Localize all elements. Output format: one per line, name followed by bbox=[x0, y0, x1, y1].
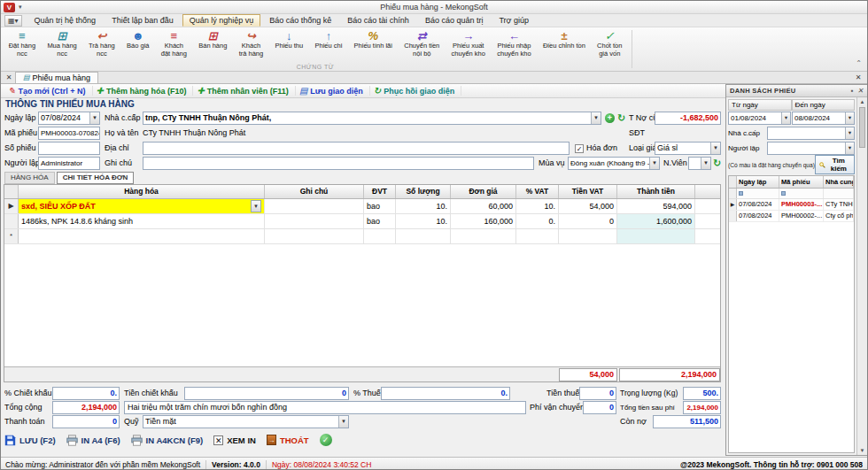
cell-ghi-chu[interactable] bbox=[265, 199, 364, 213]
ribbon-tab[interactable]: Quản lý nghiệp vụ bbox=[182, 14, 261, 27]
pin-icon[interactable]: ▪ bbox=[851, 87, 854, 95]
cell-thanh-tien[interactable]: 1,600,000 bbox=[617, 214, 695, 228]
dia-chi-field[interactable] bbox=[143, 142, 570, 155]
cell-so-luong[interactable]: 10. bbox=[396, 214, 451, 228]
table-row[interactable]: ▶ sxd, SIÊU XỐP ĐẤT▼ bao 10. 60,000 10. … bbox=[4, 199, 720, 214]
cell-thanh-tien[interactable] bbox=[617, 229, 695, 243]
cell-ghi-chu[interactable] bbox=[265, 214, 364, 228]
list-column-header[interactable]: Mã phiếu bbox=[779, 176, 824, 188]
chevron-down-icon[interactable]: ▼ bbox=[591, 112, 601, 124]
cell-vat-pct[interactable] bbox=[516, 229, 559, 243]
xem-in-checkbox[interactable]: ✕ XEM IN bbox=[213, 435, 256, 445]
toolbar-button[interactable]: ← Phiếu nhập chuyển kho bbox=[492, 28, 538, 64]
chevron-down-icon[interactable]: ▼ bbox=[89, 112, 99, 124]
cell-tien-vat[interactable]: 54,000 bbox=[559, 199, 617, 213]
action-link[interactable]: ▤ Lưu giao diện bbox=[296, 86, 370, 96]
toolbar-button[interactable]: ⊞ Mua hàng ncc bbox=[42, 28, 83, 64]
ribbon-tab[interactable]: Quản trị hệ thống bbox=[27, 14, 104, 27]
toolbar-button[interactable]: ↪ Khách trả hàng bbox=[233, 28, 269, 64]
phi-van-chuyen-field[interactable]: 0 bbox=[583, 401, 616, 414]
cell-vat-pct[interactable]: 0. bbox=[516, 214, 559, 228]
cell-ma-phieu[interactable]: PMH00003-... bbox=[779, 199, 824, 210]
tien-chiet-khau-field[interactable]: 0 bbox=[184, 387, 349, 400]
action-link[interactable]: ↻ Phục hồi giao diện bbox=[370, 86, 461, 96]
cell-hang-hoa[interactable]: ▼ bbox=[19, 229, 265, 243]
cell-hang-hoa[interactable]: sxd, SIÊU XỐP ĐẤT▼ bbox=[19, 199, 265, 213]
toolbar-button[interactable]: ≡ Khách đặt hàng bbox=[155, 28, 192, 64]
refresh-staff-icon[interactable]: ↻ bbox=[713, 157, 721, 170]
cell-ghi-chu[interactable] bbox=[265, 229, 364, 243]
cell-ngay-lap[interactable]: 07/08/2024 bbox=[737, 199, 779, 210]
chevron-down-icon[interactable]: ▼ bbox=[710, 143, 720, 154]
hoa-don-checkbox[interactable]: ✓Hóa đơn bbox=[575, 143, 617, 153]
toolbar-button[interactable]: ✓ Chốt tồn giá vốn bbox=[591, 28, 628, 64]
tu-ngay-combo[interactable]: 01/08/2024▼ bbox=[728, 112, 791, 125]
thanh-toan-field[interactable]: 0 bbox=[52, 415, 120, 428]
loai-gia-combo[interactable]: Giá sỉ▼ bbox=[655, 142, 721, 155]
grid-column-header[interactable]: ĐVT bbox=[364, 185, 396, 198]
grid-tab[interactable]: HÀNG HÓA bbox=[4, 172, 55, 184]
help-icon[interactable]: ✓ bbox=[320, 434, 332, 446]
chevron-down-icon[interactable]: ▼ bbox=[845, 127, 854, 139]
chevron-down-icon[interactable]: ▼ bbox=[845, 112, 854, 124]
scroll-down-icon[interactable]: ▼ bbox=[857, 446, 867, 455]
toolbar-button[interactable]: % Phiếu tính lãi bbox=[348, 28, 399, 64]
toolbar-button[interactable]: ↩ Trả hàng ncc bbox=[82, 28, 120, 64]
table-row[interactable]: * ▼ bbox=[4, 229, 720, 244]
ma-phieu-field[interactable]: PMH00003-070824 bbox=[38, 127, 100, 140]
toolbar-button[interactable]: ≡ Đặt hàng ncc bbox=[3, 28, 42, 64]
cell-don-gia[interactable] bbox=[451, 229, 516, 243]
ribbon-tab[interactable]: Trợ giúp bbox=[492, 14, 536, 27]
chevron-down-icon[interactable]: ▼ bbox=[845, 143, 854, 154]
cell-dvt[interactable] bbox=[364, 229, 396, 243]
so-phieu-field[interactable] bbox=[38, 142, 100, 155]
save-button[interactable]: LƯU (F2) bbox=[4, 435, 56, 446]
ghi-chu-field[interactable] bbox=[143, 157, 534, 170]
ngay-lap-combo[interactable]: 07/08/2024▼ bbox=[38, 112, 100, 125]
toolbar-button[interactable]: ⊞ Bán hàng bbox=[193, 28, 233, 64]
cell-so-luong[interactable] bbox=[396, 229, 451, 243]
chevron-down-icon[interactable]: ▼ bbox=[701, 158, 710, 169]
grid-column-header[interactable]: Tiền VAT bbox=[559, 185, 617, 198]
mua-vu-combo[interactable]: Đông xuân (Khoảng th9 -▼ bbox=[568, 157, 660, 170]
tab-scroll-close-icon[interactable]: ✕ bbox=[3, 72, 15, 83]
list-column-header[interactable]: Ngày lập bbox=[737, 176, 779, 188]
exit-button[interactable]: → THOÁT bbox=[267, 435, 309, 445]
cell-ma-phieu[interactable]: PMH00002-... bbox=[779, 211, 824, 221]
cell-dvt[interactable]: bao bbox=[364, 199, 396, 213]
filter-nguoi-lap-combo[interactable]: ▼ bbox=[767, 142, 855, 155]
toolbar-button[interactable]: ⇄ Chuyển tiền nội bộ bbox=[399, 28, 446, 64]
scroll-up-icon[interactable]: ▲ bbox=[857, 97, 867, 106]
ribbon-tab[interactable]: Báo cáo thống kê bbox=[262, 14, 338, 27]
toolbar-button[interactable]: ± Điều chỉnh tồn bbox=[537, 28, 591, 64]
chevron-down-icon[interactable]: ▼ bbox=[251, 200, 261, 212]
nvien-combo[interactable]: ▼ bbox=[688, 157, 711, 170]
cell-vat-pct[interactable]: 10. bbox=[516, 199, 559, 213]
chiet-khau-pct-field[interactable]: 0. bbox=[52, 387, 120, 400]
list-column-header[interactable]: Nhà cung cấ bbox=[824, 176, 854, 188]
cell-don-gia[interactable]: 160,000 bbox=[451, 214, 516, 228]
cell-thanh-tien[interactable]: 594,000 bbox=[617, 199, 695, 213]
cell-nha-cung-cap[interactable]: Cty cổ phần... bbox=[824, 211, 854, 221]
thue-pct-field[interactable]: 0. bbox=[381, 387, 510, 400]
list-item[interactable]: ▶ 07/08/2024 PMH00003-... CTy TNHH T bbox=[729, 199, 854, 211]
print-a4-button[interactable]: IN A4 (F6) bbox=[66, 435, 120, 446]
den-ngay-combo[interactable]: 08/08/2024▼ bbox=[792, 112, 855, 125]
grid-column-header[interactable]: Thành tiền bbox=[617, 185, 695, 198]
print-a4kcn-button[interactable]: IN A4KCN (F9) bbox=[131, 435, 204, 446]
cell-ngay-lap[interactable]: 07/08/2024 bbox=[737, 211, 779, 221]
add-supplier-icon[interactable]: + bbox=[605, 113, 615, 123]
phieu-list-filter-row[interactable] bbox=[729, 189, 854, 199]
panel-scrollbar[interactable]: ▲ ▼ bbox=[856, 97, 867, 455]
ribbon-tab[interactable]: Báo cáo tài chính bbox=[340, 14, 416, 27]
cell-dvt[interactable]: bao bbox=[364, 214, 396, 228]
ribbon-tab[interactable]: Báo cáo quản trị bbox=[418, 14, 491, 27]
ribbon-collapse-icon[interactable]: ⌃ bbox=[856, 59, 862, 67]
cell-hang-hoa[interactable]: 1486ks, NPK 14.8.6 kháng sinh▼ bbox=[19, 214, 265, 228]
close-tab-icon[interactable]: ✕ bbox=[851, 72, 865, 83]
cell-nha-cung-cap[interactable]: CTy TNHH T bbox=[824, 199, 854, 210]
toolbar-button[interactable]: ↓ Phiếu thu bbox=[269, 28, 309, 64]
nha-cc-combo[interactable]: tnp, CTy TNHH Thuận Nông Phát,▼ bbox=[143, 112, 601, 125]
chevron-down-icon[interactable]: ▼ bbox=[781, 112, 790, 124]
cell-so-luong[interactable]: 10. bbox=[396, 199, 451, 213]
